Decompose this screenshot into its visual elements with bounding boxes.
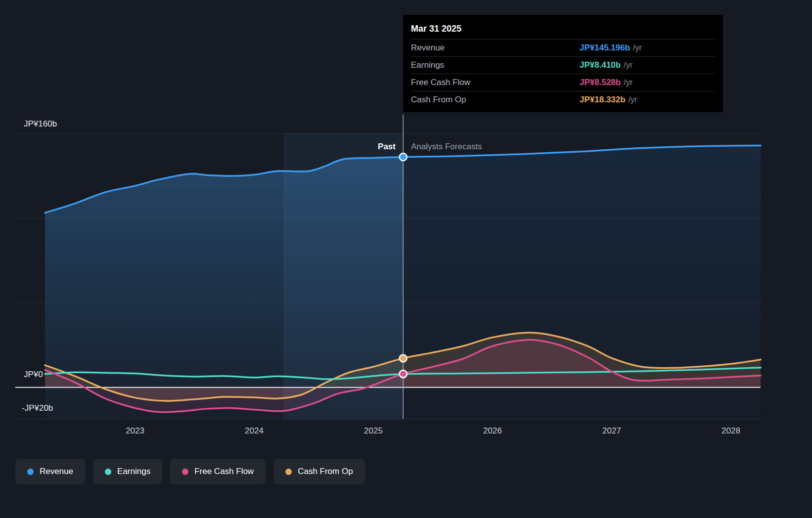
tooltip-label: Free Cash Flow (411, 78, 580, 87)
legend-item-earnings[interactable]: Earnings (93, 459, 162, 484)
tooltip-value: JP¥8.528b (580, 78, 621, 87)
tooltip-value: JP¥18.332b (580, 95, 626, 105)
past-label: Past (346, 142, 396, 152)
legend: Revenue Earnings Free Cash Flow Cash Fro… (15, 459, 365, 484)
x-axis-label-2024: 2024 (239, 426, 269, 436)
x-axis-label-2028: 2028 (716, 426, 746, 436)
tooltip-label: Revenue (411, 43, 580, 53)
tooltip-row-cash-from-op: Cash From Op JP¥18.332b /yr (411, 91, 715, 108)
analysts-forecasts-label: Analysts Forecasts (411, 142, 482, 152)
legend-label: Revenue (40, 467, 73, 476)
earnings-revenue-growth-chart-page: JP¥160b JP¥0 -JP¥20b 2023 2024 2025 2026… (0, 0, 812, 518)
legend-item-cash-from-op[interactable]: Cash From Op (273, 459, 364, 484)
tooltip-label: Earnings (411, 60, 580, 70)
legend-label: Earnings (117, 467, 150, 476)
x-axis-label-2023: 2023 (120, 426, 150, 436)
y-axis-label-neg: -JP¥20b (22, 403, 53, 413)
legend-label: Cash From Op (298, 467, 353, 476)
tooltip-row-earnings: Earnings JP¥8.410b /yr (411, 56, 715, 74)
earnings-dot-icon (105, 469, 111, 475)
chart-tooltip: Mar 31 2025 Revenue JP¥145.196b /yr Earn… (403, 15, 723, 112)
x-axis-label-2026: 2026 (478, 426, 507, 436)
x-axis-label-2027: 2027 (597, 426, 627, 436)
y-axis-label-zero: JP¥0 (24, 370, 43, 380)
legend-label: Free Cash Flow (194, 467, 254, 476)
cash-from-op-dot-icon (285, 469, 292, 475)
tooltip-date: Mar 31 2025 (411, 21, 715, 39)
tooltip-label: Cash From Op (411, 95, 580, 105)
tooltip-unit: /yr (629, 95, 637, 104)
tooltip-row-revenue: Revenue JP¥145.196b /yr (411, 39, 715, 56)
tooltip-value: JP¥8.410b (580, 60, 621, 70)
x-axis-label-2025: 2025 (359, 426, 388, 436)
tooltip-unit: /yr (624, 78, 632, 87)
legend-item-free-cash-flow[interactable]: Free Cash Flow (170, 459, 266, 484)
revenue-dot-icon (27, 469, 34, 475)
tooltip-unit: /yr (633, 43, 642, 52)
free-cash-flow-dot-icon (182, 469, 188, 475)
tooltip-value: JP¥145.196b (580, 43, 630, 53)
tooltip-unit: /yr (624, 61, 632, 70)
tooltip-row-free-cash-flow: Free Cash Flow JP¥8.528b /yr (411, 74, 715, 91)
legend-item-revenue[interactable]: Revenue (15, 459, 85, 484)
y-axis-label-top: JP¥160b (24, 119, 57, 129)
